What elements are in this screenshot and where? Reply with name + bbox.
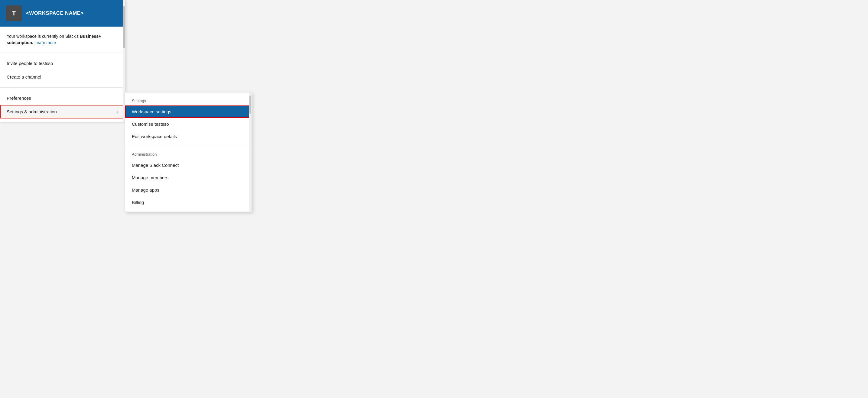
preferences-settings-section: Preferences Settings & administration › — [0, 88, 125, 122]
learn-more-link[interactable]: Learn more — [34, 40, 56, 45]
subscription-text: Your workspace is currently on Slack's — [7, 34, 80, 39]
preferences-label: Preferences — [7, 96, 31, 101]
secondary-scrollbar-track[interactable] — [249, 93, 252, 212]
manage-members-item[interactable]: Manage members — [125, 171, 252, 184]
workspace-header: T <WORKSPACE NAME> — [0, 0, 125, 27]
billing-item[interactable]: Billing — [125, 196, 252, 208]
workspace-avatar: T — [6, 5, 22, 21]
edit-workspace-item[interactable]: Edit workspace details — [125, 130, 252, 143]
settings-section-label: Settings — [125, 96, 252, 105]
admin-submenu-section: Administration Manage Slack Connect Mana… — [125, 146, 252, 212]
customise-item[interactable]: Customise testsso — [125, 118, 252, 130]
chevron-right-icon: › — [117, 109, 119, 114]
secondary-scrollbar-thumb — [249, 96, 251, 113]
workspace-settings-item[interactable]: Workspace settings — [125, 105, 252, 118]
create-channel-label: Create a channel — [7, 74, 41, 79]
settings-submenu-section: Settings Workspace settings Customise te… — [125, 93, 252, 146]
primary-scrollbar-thumb — [123, 6, 125, 48]
admin-section-label: Administration — [125, 149, 252, 159]
invite-people-label: Invite people to testsso — [7, 61, 53, 66]
subscription-notice: Your workspace is currently on Slack's B… — [0, 27, 125, 53]
manage-slack-connect-item[interactable]: Manage Slack Connect — [125, 159, 252, 171]
manage-apps-item[interactable]: Manage apps — [125, 184, 252, 196]
secondary-menu: Settings Workspace settings Customise te… — [125, 92, 252, 212]
settings-administration-label: Settings & administration — [7, 109, 57, 114]
invite-people-item[interactable]: Invite people to testsso — [0, 57, 125, 70]
create-channel-item[interactable]: Create a channel — [0, 70, 125, 84]
invite-create-section: Invite people to testsso Create a channe… — [0, 53, 125, 88]
workspace-name: <WORKSPACE NAME> — [26, 10, 84, 16]
settings-administration-item[interactable]: Settings & administration › — [0, 105, 125, 119]
preferences-item[interactable]: Preferences — [0, 91, 125, 105]
